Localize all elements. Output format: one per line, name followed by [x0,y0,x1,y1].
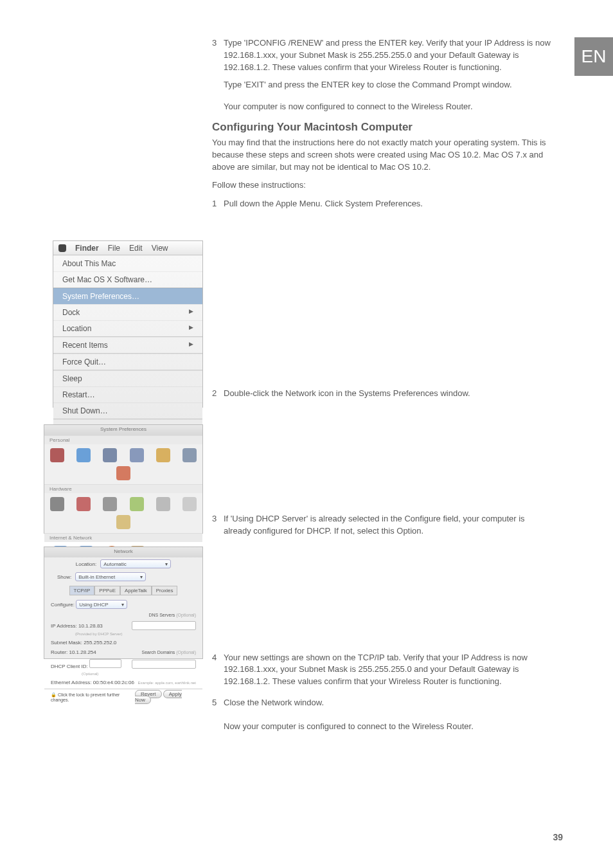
apple-icon [58,244,66,252]
label: Ethernet Address: [51,680,92,685]
menubar-item: Edit [129,244,143,253]
step-number: 3 [212,37,224,74]
screenshot-network-pane: Network Location: Automatic▾ Show: Built… [44,547,203,659]
menu-item: Get Mac OS X Software… [53,271,202,287]
prefs-section: Internet & Network [44,533,202,542]
hint: Example: apple.com, earthlink.net [138,681,196,685]
step-text: Close the Network window. [224,697,553,709]
label: IP Address: [51,623,77,629]
body-text: You may find that the instructions here … [212,137,553,174]
step-number: 4 [212,652,224,689]
lock-text: Click the lock to prevent further change… [51,692,120,702]
menu-item: Recent Items▶ [53,337,202,353]
value: 255.255.252.0 [84,640,116,646]
prefs-section: Personal [44,435,202,444]
hint: (Optional) [51,672,98,676]
step-number: 2 [212,388,224,400]
menubar-item: View [152,244,168,253]
body-text: Type 'EXIT' and press the ENTER key to c… [224,79,553,91]
prefs-section: Hardware [44,484,202,493]
search-field [132,660,196,669]
body-text: Follow these instructions: [212,179,553,192]
window-title: System Preferences [44,425,202,435]
label: Location: [76,561,96,567]
tab-pppoe: PPPoE [94,586,120,595]
menu-item-selected: System Preferences… [53,288,202,304]
label: DNS Servers [148,613,175,617]
label: Show: [57,574,71,580]
menu-item: Restart… [53,386,202,402]
menu-item: Dock▶ [53,304,202,320]
tab-appletalk: AppleTalk [120,586,152,595]
value: 10.1.28.254 [69,649,96,655]
label: DHCP Client ID: [51,664,88,669]
step-number: 3 [212,513,224,538]
menu-item: Location▶ [53,320,202,336]
main-text-column: 3 Type 'IPCONFIG /RENEW' and press the E… [212,37,553,738]
step-number: 1 [212,198,224,210]
body-text: Your computer is now configured to conne… [224,101,553,113]
label: Configure: [51,602,75,608]
step-text: Type 'IPCONFIG /RENEW' and press the ENT… [224,37,553,74]
show-dropdown: Built-in Ethernet▾ [75,572,146,581]
step-text: Pull down the Apple Menu. Click System P… [224,198,553,210]
window-title: Network [44,547,202,557]
label: Router: [51,649,67,655]
screenshot-system-preferences: System Preferences Personal Hardware Int… [44,424,203,534]
client-field [89,659,121,668]
hint: (Provided by DHCP Server) [51,632,123,636]
step-text: If 'Using DHCP Server' is already select… [224,513,553,538]
step-number: 5 [212,697,224,709]
label: Subnet Mask: [51,640,82,646]
tab-proxies: Proxies [152,586,178,595]
language-tab: EN [574,37,613,76]
menu-item: Shut Down… [53,402,202,419]
value: 00:50:e4:00:2c:06 [93,680,134,685]
location-dropdown: Automatic▾ [100,559,171,568]
configure-dropdown: Using DHCP▾ [76,600,127,609]
section-heading: Configuring Your Macintosh Computer [212,120,553,136]
body-text: Now your computer is configured to conne… [224,721,553,733]
menubar-item: Finder [75,244,99,253]
tab-tcpip: TCP/IP [69,586,95,595]
step-text: Your new settings are shown on the TCP/I… [224,652,553,689]
dns-field [132,621,196,630]
page-number: 39 [553,832,563,842]
menu-item: Force Quit… [53,354,202,370]
label: Search Domains [142,650,175,655]
value: 10.1.28.83 [78,623,103,629]
screenshot-apple-menu: Finder File Edit View About This Mac Get… [53,240,203,408]
step-text: Double-click the Network icon in the Sys… [224,388,553,400]
menu-item: Sleep [53,370,202,386]
menubar-item: File [108,244,120,253]
menu-item: About This Mac [53,255,202,271]
